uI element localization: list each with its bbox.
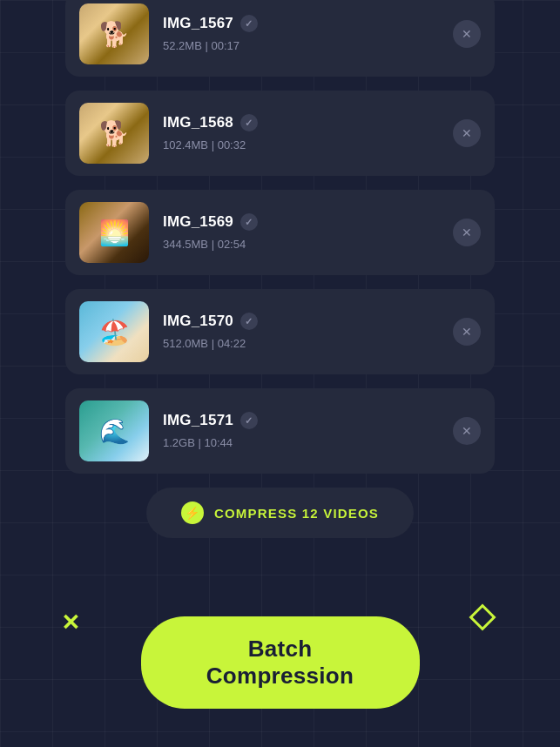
check-icon-4: [240, 412, 258, 429]
video-meta-3: 512.0MB | 04:22: [163, 337, 246, 350]
video-thumbnail-3: 🏖️: [79, 301, 149, 362]
video-meta-4: 1.2GB | 10:44: [163, 436, 233, 449]
video-thumbnail-2: 🌅: [79, 202, 149, 263]
compress-button[interactable]: ⚡ COMPRESS 12 VIDEOS: [146, 488, 414, 538]
video-meta-2: 344.5MB | 02:54: [163, 238, 246, 251]
video-info-4: IMG_1571 1.2GB | 10:44: [163, 412, 439, 450]
video-name-1: IMG_1568: [163, 114, 233, 131]
check-icon-3: [240, 313, 258, 330]
remove-video-0-button[interactable]: ✕: [453, 20, 481, 48]
batch-button-container: Batch Compression: [141, 616, 420, 709]
video-info-2: IMG_1569 344.5MB | 02:54: [163, 213, 439, 252]
diamond-decoration-right: [469, 603, 496, 630]
video-name-4: IMG_1571: [163, 412, 233, 429]
video-info-3: IMG_1570 512.0MB | 04:22: [163, 313, 439, 351]
cross-decoration-left: ✕: [61, 611, 80, 634]
remove-video-3-button[interactable]: ✕: [453, 318, 481, 346]
video-name-3: IMG_1570: [163, 313, 233, 330]
compress-icon: ⚡: [181, 501, 204, 524]
remove-video-4-button[interactable]: ✕: [453, 417, 481, 445]
video-meta-1: 102.4MB | 00:32: [163, 138, 246, 151]
video-name-0: IMG_1567: [163, 15, 233, 32]
video-card-0: 🐕 IMG_1567 52.2MB | 00:17 ✕: [65, 0, 495, 77]
video-meta-0: 52.2MB | 00:17: [163, 39, 240, 52]
video-card-1: 🐕 IMG_1568 102.4MB | 00:32 ✕: [65, 91, 495, 176]
video-info-0: IMG_1567 52.2MB | 00:17: [163, 15, 439, 53]
video-card-2: 🌅 IMG_1569 344.5MB | 02:54 ✕: [65, 190, 495, 275]
batch-compression-button[interactable]: Batch Compression: [141, 616, 420, 709]
check-icon-0: [240, 15, 258, 32]
video-card-3: 🏖️ IMG_1570 512.0MB | 04:22 ✕: [65, 289, 495, 374]
check-icon-1: [240, 114, 258, 131]
remove-video-1-button[interactable]: ✕: [453, 119, 481, 147]
video-card-4: 🌊 IMG_1571 1.2GB | 10:44 ✕: [65, 388, 495, 474]
video-info-1: IMG_1568 102.4MB | 00:32: [163, 114, 439, 152]
video-thumbnail-4: 🌊: [79, 400, 149, 461]
video-thumbnail-1: 🐕: [79, 103, 149, 164]
video-name-2: IMG_1569: [163, 213, 233, 231]
check-icon-2: [240, 213, 258, 231]
compress-button-label: COMPRESS 12 VIDEOS: [214, 506, 379, 521]
remove-video-2-button[interactable]: ✕: [453, 219, 481, 246]
compress-button-container: ⚡ COMPRESS 12 VIDEOS: [0, 488, 560, 538]
video-thumbnail-0: 🐕: [79, 3, 149, 64]
